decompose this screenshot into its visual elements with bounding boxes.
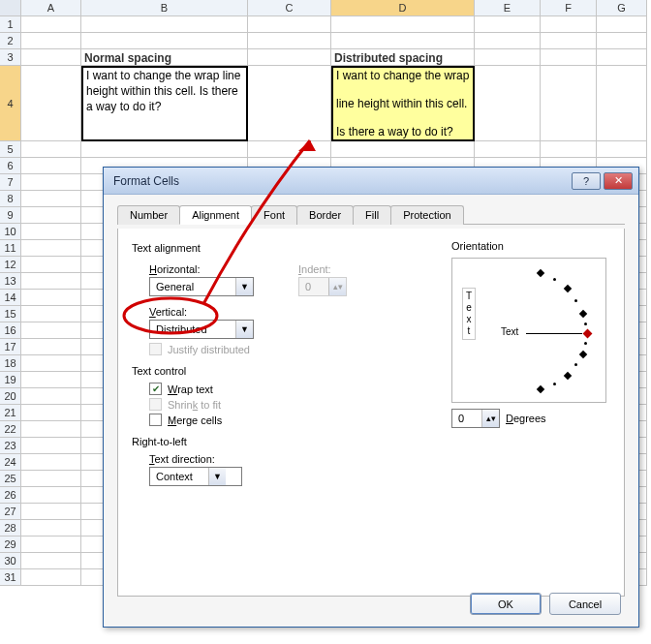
text-direction-combo[interactable]: Context ▼ — [149, 467, 242, 486]
row-header-28[interactable]: 28 — [0, 520, 21, 537]
horizontal-combo[interactable]: General ▼ — [149, 277, 254, 296]
row-header-18[interactable]: 18 — [0, 355, 21, 372]
tab-number[interactable]: Number — [117, 205, 180, 225]
cell[interactable] — [597, 141, 647, 158]
cell[interactable] — [21, 33, 81, 49]
cell[interactable] — [21, 569, 81, 586]
row-header-29[interactable]: 29 — [0, 537, 21, 553]
row-header-26[interactable]: 26 — [0, 487, 21, 504]
row-header-22[interactable]: 22 — [0, 421, 21, 438]
row-header-14[interactable]: 14 — [0, 290, 21, 306]
cell[interactable] — [21, 471, 81, 487]
row-header-20[interactable]: 20 — [0, 388, 21, 405]
cell[interactable] — [21, 158, 81, 174]
cell-B3[interactable]: Normal spacing — [81, 49, 248, 66]
col-header-C[interactable]: C — [248, 0, 331, 16]
cell[interactable] — [541, 16, 597, 33]
cell[interactable] — [475, 141, 541, 158]
row-header-25[interactable]: 25 — [0, 471, 21, 487]
row-header-13[interactable]: 13 — [0, 273, 21, 290]
cell[interactable] — [21, 141, 81, 158]
col-header-E[interactable]: E — [475, 0, 541, 16]
cell[interactable] — [21, 553, 81, 569]
cell[interactable] — [597, 66, 647, 141]
cell[interactable] — [21, 520, 81, 537]
row-header-7[interactable]: 7 — [0, 174, 21, 191]
cell[interactable] — [475, 66, 541, 141]
row-header-8[interactable]: 8 — [0, 191, 21, 207]
row-header-23[interactable]: 23 — [0, 438, 21, 454]
dialog-titlebar[interactable]: Format Cells ? ✕ — [104, 168, 638, 195]
cell[interactable] — [21, 388, 81, 405]
cell[interactable] — [21, 339, 81, 355]
row-header-27[interactable]: 27 — [0, 504, 21, 520]
cell[interactable] — [21, 273, 81, 290]
cell[interactable] — [541, 33, 597, 49]
cell[interactable] — [81, 33, 248, 49]
cell[interactable] — [475, 33, 541, 49]
col-header-D[interactable]: D — [331, 0, 475, 16]
cell[interactable] — [21, 504, 81, 520]
cell[interactable] — [21, 306, 81, 322]
col-header-A[interactable]: A — [21, 0, 81, 16]
cell[interactable] — [21, 257, 81, 273]
cell[interactable] — [21, 487, 81, 504]
row-header-10[interactable]: 10 — [0, 224, 21, 240]
cell[interactable] — [541, 66, 597, 141]
cancel-button[interactable]: Cancel — [549, 593, 621, 615]
tab-font[interactable]: Font — [251, 205, 297, 225]
cell[interactable] — [248, 33, 331, 49]
cell[interactable] — [597, 49, 647, 66]
cell-D3[interactable]: Distributed spacing — [331, 49, 475, 66]
help-button[interactable]: ? — [572, 172, 601, 190]
cell[interactable] — [21, 66, 81, 141]
cell[interactable] — [21, 174, 81, 191]
cell[interactable] — [331, 33, 475, 49]
row-header-24[interactable]: 24 — [0, 454, 21, 471]
cell[interactable] — [248, 16, 331, 33]
col-header-G[interactable]: G — [597, 0, 647, 16]
row-header-11[interactable]: 11 — [0, 240, 21, 257]
cell[interactable] — [21, 224, 81, 240]
cell[interactable] — [21, 438, 81, 454]
cell[interactable] — [21, 421, 81, 438]
degrees-spinner[interactable]: 0 ▴▾ — [451, 409, 500, 428]
cell[interactable] — [81, 16, 248, 33]
cell[interactable] — [597, 16, 647, 33]
col-header-B[interactable]: B — [81, 0, 248, 16]
cell[interactable] — [21, 454, 81, 471]
cell[interactable] — [541, 49, 597, 66]
cell[interactable] — [81, 141, 248, 158]
cell[interactable] — [248, 66, 331, 141]
row-header-31[interactable]: 31 — [0, 569, 21, 586]
cell[interactable] — [21, 405, 81, 421]
cell[interactable] — [475, 16, 541, 33]
row-header-4[interactable]: 4 — [0, 66, 21, 141]
cell[interactable] — [21, 207, 81, 224]
cell[interactable] — [21, 290, 81, 306]
row-header-5[interactable]: 5 — [0, 141, 21, 158]
cell[interactable] — [248, 49, 331, 66]
tab-protection[interactable]: Protection — [390, 205, 464, 225]
cell[interactable] — [248, 141, 331, 158]
cell[interactable] — [21, 16, 81, 33]
row-header-6[interactable]: 6 — [0, 158, 21, 174]
close-button[interactable]: ✕ — [604, 172, 633, 190]
row-header-12[interactable]: 12 — [0, 257, 21, 273]
tab-border[interactable]: Border — [296, 205, 354, 225]
row-header-16[interactable]: 16 — [0, 322, 21, 339]
cell[interactable] — [21, 322, 81, 339]
orientation-vertical-text[interactable]: Text — [462, 288, 476, 340]
tab-alignment[interactable]: Alignment — [179, 205, 252, 225]
cell-B4[interactable]: I want to change the wrap line height wi… — [81, 66, 248, 141]
cell[interactable] — [21, 537, 81, 553]
orientation-widget[interactable]: Text Tex — [451, 258, 606, 403]
row-header-1[interactable]: 1 — [0, 16, 21, 33]
cell[interactable] — [21, 355, 81, 372]
cell[interactable] — [21, 191, 81, 207]
ok-button[interactable]: OK — [470, 593, 542, 615]
cell[interactable] — [541, 141, 597, 158]
cell[interactable] — [331, 141, 475, 158]
row-header-2[interactable]: 2 — [0, 33, 21, 49]
row-header-19[interactable]: 19 — [0, 372, 21, 388]
